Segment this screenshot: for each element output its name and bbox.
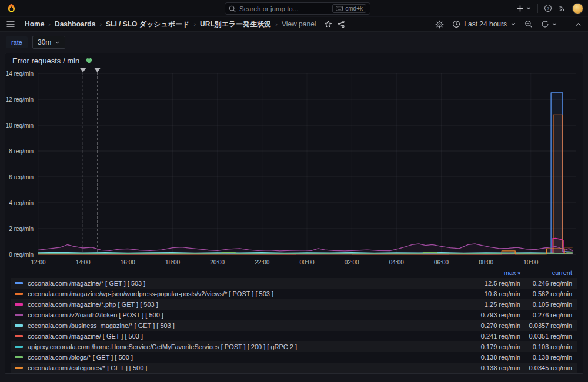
- breadcrumb-dashboards[interactable]: Dashboards: [55, 20, 95, 28]
- chevron-down-icon: [526, 5, 532, 11]
- series-current-value: 0.103 req/min: [520, 343, 572, 350]
- breadcrumb-sli-slo-dashboard[interactable]: SLI / SLO ダッシュボード: [106, 19, 189, 29]
- settings-gear-icon[interactable]: [435, 20, 444, 29]
- series-label[interactable]: coconala.com /categories/* [ GET ] [ 500…: [28, 364, 459, 371]
- chevron-down-icon: [510, 21, 516, 27]
- search-input[interactable]: Search or jump to... cmd+k: [225, 2, 370, 15]
- annotation-marker-icon[interactable]: [95, 68, 101, 72]
- legend-row: coconala.com /blogs/* [ GET ] [ 500 ]0.1…: [11, 352, 577, 363]
- series-label[interactable]: coconala.com /v2/oauth2/token [ POST ] […: [28, 311, 459, 319]
- search-placeholder: Search or jump to...: [239, 5, 329, 12]
- legend-row: coconala.com /magazine/* [ GET ] [ 503 ]…: [11, 278, 577, 289]
- help-button[interactable]: ?: [544, 4, 552, 12]
- news-rss-button[interactable]: [558, 4, 566, 12]
- series-label[interactable]: coconala.com /magazine/wp-json/wordpress…: [28, 290, 459, 297]
- x-axis-tick-label: 14:00: [76, 259, 91, 266]
- series-label[interactable]: coconala.com /magazine/* [ GET ] [ 503 ]: [28, 280, 459, 287]
- series-area: [38, 93, 572, 254]
- y-axis-tick-label: 0 req/min: [9, 252, 34, 258]
- favorite-star-button[interactable]: [324, 20, 332, 28]
- top-navigation-bar: Search or jump to... cmd+k ?: [0, 0, 588, 16]
- svg-text:?: ?: [547, 6, 549, 11]
- series-max-value: 0.793 req/min: [459, 311, 520, 319]
- series-color-swatch-icon[interactable]: [15, 335, 23, 337]
- y-axis-tick-label: 12 req/min: [6, 96, 34, 103]
- collapse-chevron-up-button[interactable]: [574, 21, 582, 28]
- series-label[interactable]: coconala.com /magazine/*.php [ GET ] [ 5…: [28, 301, 459, 308]
- x-axis-tick-label: 20:00: [210, 259, 225, 266]
- y-axis-tick-label: 6 req/min: [9, 174, 34, 180]
- series-max-value: 10.8 req/min: [459, 290, 520, 297]
- y-axis-tick-label: 8 req/min: [9, 148, 34, 155]
- legend-row: coconala.com /magazine/ [ GET ] [ 503 ]0…: [11, 331, 577, 341]
- x-axis-tick-label: 00:00: [299, 259, 314, 266]
- series-current-value: 0.0357 req/min: [520, 322, 572, 329]
- user-avatar[interactable]: [572, 3, 583, 14]
- y-axis-tick-label: 2 req/min: [9, 226, 34, 232]
- legend-header: max ▾ current: [11, 269, 577, 277]
- annotation-marker-icon[interactable]: [80, 68, 86, 72]
- grafana-logo-icon[interactable]: [6, 3, 16, 14]
- breadcrumb-separator: ›: [275, 21, 278, 28]
- series-label[interactable]: coconala.com /magazine/ [ GET ] [ 503 ]: [28, 333, 459, 340]
- x-axis-tick-label: 12:00: [31, 259, 45, 266]
- chart-area: 0 req/min2 req/min4 req/min6 req/min8 re…: [6, 67, 583, 270]
- breadcrumb-view-panel: View panel: [282, 20, 316, 28]
- add-new-button[interactable]: [516, 5, 532, 12]
- breadcrumb-separator: ›: [99, 21, 102, 28]
- menu-toggle-icon[interactable]: [6, 19, 15, 29]
- legend-row: apiprxy.coconala.com /home.HomeService/G…: [11, 341, 577, 352]
- max-column-header: max: [504, 269, 516, 276]
- series-color-swatch-icon[interactable]: [15, 303, 23, 306]
- y-axis-tick-label: 14 req/min: [6, 71, 34, 77]
- chevron-down-icon: [55, 40, 60, 45]
- series-color-swatch-icon[interactable]: [15, 293, 23, 295]
- series-color-swatch-icon[interactable]: [15, 314, 23, 316]
- y-axis-tick-label: 4 req/min: [9, 200, 34, 206]
- series-color-swatch-icon[interactable]: [15, 346, 23, 348]
- divider: [537, 4, 538, 13]
- legend-rows: coconala.com /magazine/* [ GET ] [ 503 ]…: [11, 278, 577, 373]
- series-max-value: 12.5 req/min: [459, 280, 520, 287]
- breadcrumb-separator: ›: [193, 21, 196, 28]
- series-current-value: 0.0345 req/min: [520, 364, 572, 371]
- series-current-value: 0.246 req/min: [520, 280, 572, 287]
- breadcrumb-home[interactable]: Home: [25, 20, 44, 28]
- legend-sort-current[interactable]: current: [520, 269, 572, 276]
- series-max-value: 0.270 req/min: [459, 322, 520, 329]
- x-axis-tick-label: 10:00: [523, 259, 538, 266]
- x-axis-tick-label: 08:00: [479, 259, 493, 266]
- time-range-picker[interactable]: Last 24 hours: [452, 20, 516, 28]
- legend-row: coconala.com /magazine/*.php [ GET ] [ 5…: [11, 299, 577, 310]
- series-max-value: 0.138 req/min: [459, 364, 520, 371]
- health-heart-icon: [85, 57, 93, 65]
- series-current-value: 0.105 req/min: [520, 301, 572, 308]
- series-label[interactable]: coconala.com /business_magazine/* [ GET …: [28, 322, 459, 329]
- series-current-value: 0.0351 req/min: [520, 333, 572, 340]
- time-series-chart[interactable]: 0 req/min2 req/min4 req/min6 req/min8 re…: [6, 67, 583, 270]
- share-button[interactable]: [337, 20, 345, 28]
- topbar-right-actions: ?: [516, 0, 583, 16]
- series-max-value: 1.25 req/min: [459, 301, 520, 308]
- series-label[interactable]: coconala.com /blogs/* [ GET ] [ 500 ]: [28, 354, 459, 361]
- series-current-value: 0.562 req/min: [520, 290, 572, 297]
- series-label[interactable]: apiprxy.coconala.com /home.HomeService/G…: [28, 343, 459, 350]
- refresh-button[interactable]: [541, 20, 557, 28]
- legend-sort-max[interactable]: max ▾: [459, 269, 520, 276]
- series-area: [38, 115, 572, 254]
- variables-bar: rate 30m: [0, 32, 588, 52]
- legend-row: coconala.com /v2/oauth2/token [ POST ] […: [11, 310, 577, 320]
- rate-variable-chip[interactable]: rate: [6, 36, 28, 48]
- divider: [566, 20, 566, 29]
- series-color-swatch-icon[interactable]: [15, 367, 23, 369]
- series-color-swatch-icon[interactable]: [15, 282, 23, 284]
- series-color-swatch-icon[interactable]: [15, 356, 23, 358]
- interval-dropdown[interactable]: 30m: [32, 36, 65, 49]
- series-color-swatch-icon[interactable]: [15, 324, 23, 327]
- breadcrumb-url-errors[interactable]: URL別エラー発生状況: [200, 19, 271, 29]
- zoom-out-button[interactable]: [524, 20, 533, 28]
- refresh-interval-dropdown-icon[interactable]: [552, 21, 557, 27]
- panel-header[interactable]: Error requests / min: [5, 53, 583, 68]
- clock-icon: [452, 20, 460, 28]
- series-line: [38, 93, 572, 254]
